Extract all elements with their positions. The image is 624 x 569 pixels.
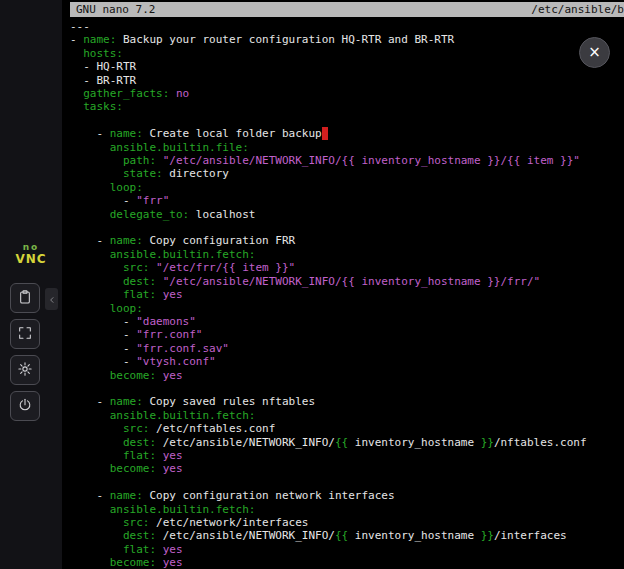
code-segment: -: [70, 315, 136, 328]
code-segment: "vtysh.conf": [136, 355, 215, 368]
code-segment: [169, 87, 176, 100]
code-segment: -: [70, 395, 110, 408]
editor-line: dest: /etc/ansible/NETWORK_INFO/{{ inven…: [70, 529, 624, 542]
code-segment: [70, 100, 83, 113]
code-segment: ---: [70, 20, 90, 33]
text-cursor: [322, 127, 329, 140]
editor-line: become: yes: [70, 556, 624, 569]
code-segment: [156, 369, 163, 382]
editor-line: flat: yes: [70, 449, 624, 462]
code-segment: yes: [163, 288, 183, 301]
code-segment: become:: [110, 556, 156, 569]
code-segment: "frr.conf.sav": [136, 342, 229, 355]
nano-terminal[interactable]: GNU nano 7.2 /etc/ansible/b ---- name: B…: [62, 0, 624, 569]
control-bar-handle[interactable]: [45, 288, 58, 310]
settings-button[interactable]: [10, 355, 40, 385]
code-segment: - HQ-RTR: [70, 60, 136, 73]
editor-line: src: "/etc/frr/{{ item }}": [70, 261, 624, 274]
code-segment: dest:: [123, 275, 156, 288]
code-segment: "/etc/ansible/NETWORK_INFO/{{ inventory_…: [163, 275, 541, 288]
code-segment: [70, 261, 123, 274]
code-segment: flat:: [123, 449, 156, 462]
fullscreen-button[interactable]: [10, 319, 40, 349]
clipboard-button[interactable]: [10, 283, 40, 313]
code-segment: name:: [110, 127, 143, 140]
code-segment: src:: [123, 516, 150, 529]
code-segment: dest:: [123, 529, 156, 542]
editor-line: ansible.builtin.fetch:: [70, 503, 624, 516]
code-segment: Copy saved rules nftables: [143, 395, 315, 408]
code-segment: -: [70, 328, 136, 341]
code-segment: -: [70, 234, 110, 247]
code-segment: [156, 275, 163, 288]
code-segment: "/etc/ansible/NETWORK_INFO/{{ inventory_…: [163, 154, 580, 167]
power-icon: [17, 397, 33, 416]
novnc-logo: no VNC: [0, 243, 62, 266]
code-segment: {{: [335, 436, 348, 449]
editor-line: - BR-RTR: [70, 74, 624, 87]
code-segment: inventory_hostname: [348, 529, 480, 542]
code-segment: loop:: [110, 302, 143, 315]
code-segment: [70, 543, 123, 556]
code-segment: /etc/network/interfaces: [149, 516, 308, 529]
code-segment: dest:: [123, 436, 156, 449]
editor-line: - "frr.conf.sav": [70, 342, 624, 355]
code-segment: state:: [123, 167, 163, 180]
sidebar-buttons: [10, 283, 40, 421]
editor-line: [70, 476, 624, 489]
code-segment: name:: [110, 489, 143, 502]
editor-line: - "vtysh.conf": [70, 355, 624, 368]
code-segment: no: [176, 87, 189, 100]
code-segment: [70, 167, 123, 180]
editor-line: ---: [70, 20, 624, 33]
gear-icon: [17, 361, 33, 380]
code-segment: loop:: [110, 181, 143, 194]
code-segment: name:: [83, 33, 116, 46]
editor-line: loop:: [70, 302, 624, 315]
code-segment: -: [70, 33, 83, 46]
code-segment: [70, 288, 123, 301]
clipboard-icon: [17, 289, 33, 308]
code-segment: [70, 556, 110, 569]
code-segment: Backup your router configuration HQ-RTR …: [116, 33, 454, 46]
code-segment: delegate_to:: [110, 208, 189, 221]
chevron-left-icon: [48, 290, 56, 309]
code-segment: [156, 543, 163, 556]
code-segment: directory: [163, 167, 229, 180]
code-segment: [70, 275, 123, 288]
code-segment: localhost: [189, 208, 255, 221]
code-segment: [156, 462, 163, 475]
power-button[interactable]: [10, 391, 40, 421]
code-segment: Create local folder backup: [143, 127, 322, 140]
code-segment: tasks:: [83, 100, 123, 113]
close-button[interactable]: ×: [579, 37, 610, 68]
code-segment: [70, 449, 123, 462]
editor-line: dest: /etc/ansible/NETWORK_INFO/{{ inven…: [70, 436, 624, 449]
editor-line: hosts:: [70, 47, 624, 60]
code-segment: name:: [110, 234, 143, 247]
code-segment: ansible.builtin.fetch:: [110, 248, 256, 261]
editor-line: [70, 382, 624, 395]
code-segment: src:: [123, 261, 150, 274]
editor-line: become: yes: [70, 369, 624, 382]
code-segment: [70, 462, 110, 475]
code-segment: [156, 288, 163, 301]
editor-line: - name: Copy configuration FRR: [70, 234, 624, 247]
code-segment: [156, 154, 163, 167]
code-segment: [156, 556, 163, 569]
code-segment: /interfaces: [494, 529, 567, 542]
editor-line: [70, 221, 624, 234]
editor-line: - name: Copy configuration network inter…: [70, 489, 624, 502]
code-segment: /etc/ansible/NETWORK_INFO/: [156, 529, 335, 542]
editor-line: ansible.builtin.fetch:: [70, 248, 624, 261]
editor-line: - "frr": [70, 194, 624, 207]
editor-line: path: "/etc/ansible/NETWORK_INFO/{{ inve…: [70, 154, 624, 167]
vnc-control-bar: no VNC: [0, 0, 62, 569]
code-segment: yes: [163, 369, 183, 382]
code-segment: }}: [481, 436, 494, 449]
code-segment: [70, 181, 110, 194]
code-segment: - BR-RTR: [70, 74, 136, 87]
code-segment: [70, 248, 110, 261]
code-segment: [70, 422, 123, 435]
code-segment: [70, 409, 110, 422]
